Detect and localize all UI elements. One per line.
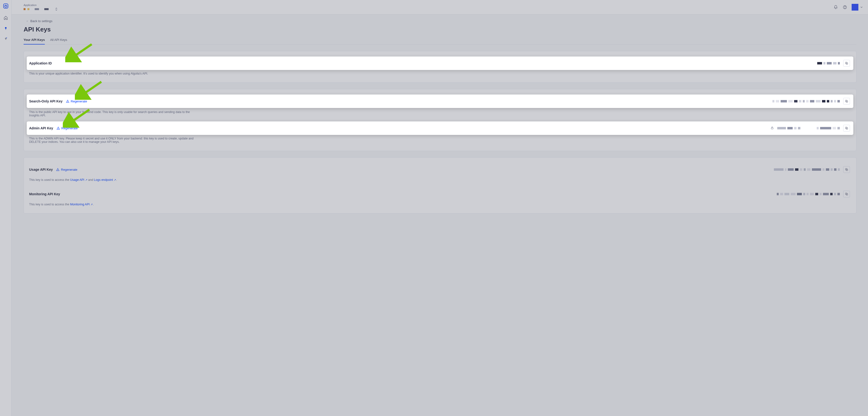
regenerate-admin[interactable]: Regenerate bbox=[57, 127, 78, 130]
row-admin: Admin API Key Regenerate bbox=[27, 122, 853, 135]
external-link-icon: ↗ bbox=[114, 178, 116, 181]
copy-usage-button[interactable] bbox=[843, 166, 850, 173]
admin-value-group1 bbox=[777, 127, 800, 129]
row-monitoring: Monitoring API Key bbox=[27, 187, 853, 201]
svg-rect-4 bbox=[5, 28, 6, 30]
home-icon[interactable] bbox=[4, 15, 8, 20]
copy-app-id-button[interactable] bbox=[843, 60, 850, 67]
application-selector[interactable]: Application bbox=[24, 4, 58, 11]
regen-label: Regenerate bbox=[61, 127, 78, 130]
algolia-logo[interactable] bbox=[3, 3, 8, 9]
lightbulb-icon[interactable] bbox=[4, 37, 8, 41]
svg-point-7 bbox=[6, 37, 7, 38]
back-label: Back to settings bbox=[30, 19, 53, 23]
svg-point-28 bbox=[58, 170, 58, 171]
logs-endpoint-link[interactable]: Logs endpoint ↗ bbox=[94, 178, 116, 181]
row-usage: Usage API Key Regenerate bbox=[27, 163, 853, 176]
usage-desc: This key is used to access the Usage API… bbox=[27, 176, 200, 183]
card-application-id: Application ID This is your unique appli… bbox=[24, 51, 857, 83]
copy-icon bbox=[845, 100, 848, 103]
warning-icon bbox=[57, 127, 60, 130]
copy-admin-button[interactable] bbox=[843, 125, 850, 132]
chevron-up-down-icon bbox=[55, 7, 58, 11]
left-nav-rail bbox=[0, 0, 11, 416]
copy-icon bbox=[845, 168, 848, 171]
svg-rect-22 bbox=[771, 128, 773, 129]
annotation-arrow bbox=[65, 43, 94, 62]
warning-icon bbox=[56, 168, 59, 171]
monitoring-desc: This key is used to access the Monitorin… bbox=[27, 201, 200, 208]
usage-api-link[interactable]: Usage API ↗ bbox=[70, 178, 87, 181]
monitoring-title: Monitoring API Key bbox=[29, 192, 60, 196]
tab-your-api-keys[interactable]: Your API Keys bbox=[24, 37, 45, 44]
card-usage-monitoring: Usage API Key Regenerate bbox=[24, 157, 857, 213]
copy-icon bbox=[845, 62, 848, 65]
regenerate-search-only[interactable]: Regenerate bbox=[66, 100, 87, 103]
monitoring-value bbox=[777, 193, 840, 195]
page-title: API Keys bbox=[24, 26, 857, 33]
svg-rect-6 bbox=[5, 39, 6, 40]
regen-label: Regenerate bbox=[71, 100, 87, 103]
admin-title: Admin API Key bbox=[29, 126, 53, 130]
svg-line-19 bbox=[79, 82, 101, 97]
chevron-down-icon bbox=[860, 5, 863, 9]
copy-icon bbox=[845, 127, 848, 130]
top-bar: Application bbox=[11, 0, 868, 14]
app-id-desc: This is your unique application identifi… bbox=[27, 70, 200, 77]
pin-icon[interactable] bbox=[4, 26, 8, 31]
tab-all-api-keys[interactable]: All API Keys bbox=[50, 37, 67, 44]
svg-point-15 bbox=[67, 102, 68, 102]
row-application-id: Application ID bbox=[27, 57, 853, 70]
regenerate-usage[interactable]: Regenerate bbox=[56, 168, 77, 171]
search-only-desc: This is the public API key to use in you… bbox=[27, 108, 200, 119]
copy-monitoring-button[interactable] bbox=[843, 191, 850, 198]
chevron-left-icon bbox=[26, 20, 28, 22]
application-label: Application bbox=[24, 4, 58, 6]
admin-desc: This is the ADMIN API key. Please keep i… bbox=[27, 135, 200, 145]
external-link-icon: ↗ bbox=[85, 178, 87, 181]
help-icon[interactable] bbox=[842, 5, 847, 10]
row-search-only: Search-Only API Key Regenerate bbox=[27, 95, 853, 108]
usage-title: Usage API Key bbox=[29, 168, 53, 171]
monitoring-api-link[interactable]: Monitoring API ↗ bbox=[70, 203, 93, 206]
bell-icon[interactable] bbox=[833, 5, 838, 10]
regen-label: Regenerate bbox=[61, 168, 77, 171]
svg-line-13 bbox=[69, 44, 92, 59]
svg-point-21 bbox=[58, 129, 58, 129]
app-id-value bbox=[817, 62, 840, 64]
search-only-title: Search-Only API Key bbox=[29, 99, 63, 103]
avatar bbox=[851, 4, 858, 10]
search-only-value bbox=[772, 100, 840, 102]
usage-value bbox=[774, 168, 840, 171]
admin-value-group2 bbox=[817, 127, 840, 129]
copy-search-only-button[interactable] bbox=[843, 98, 850, 105]
back-to-settings-link[interactable]: Back to settings bbox=[26, 19, 53, 23]
lock-icon bbox=[771, 126, 774, 130]
tabs: Your API Keys All API Keys bbox=[24, 37, 857, 45]
app-id-title: Application ID bbox=[29, 61, 52, 65]
external-link-icon: ↗ bbox=[91, 203, 93, 206]
copy-icon bbox=[845, 193, 848, 196]
user-menu[interactable] bbox=[851, 4, 863, 10]
card-search-admin: Search-Only API Key Regenerate bbox=[24, 89, 857, 151]
warning-icon bbox=[66, 100, 69, 103]
main-content: Back to settings API Keys Your API Keys … bbox=[11, 14, 868, 416]
annotation-arrow bbox=[75, 80, 104, 100]
